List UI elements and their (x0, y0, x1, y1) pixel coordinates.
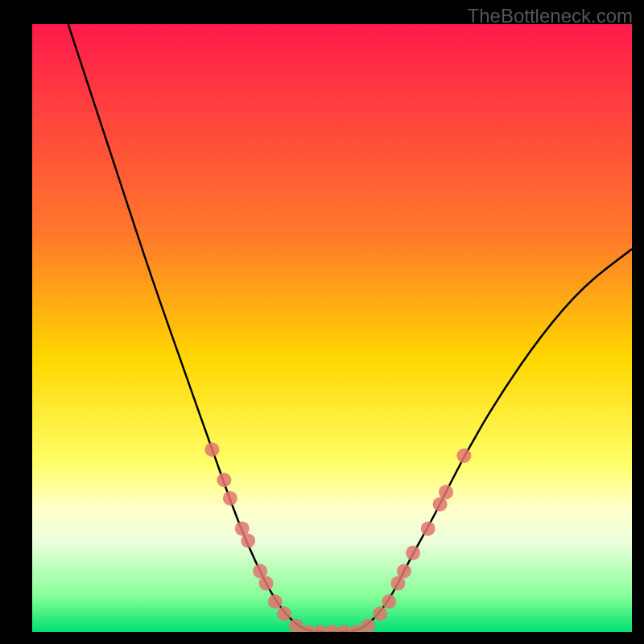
data-point (259, 576, 274, 591)
data-point (397, 564, 411, 579)
data-point (205, 443, 220, 457)
watermark-text: TheBottleneck.com (468, 5, 633, 27)
data-point (223, 491, 237, 506)
bottleneck-curve-chart (32, 24, 632, 632)
data-point (456, 448, 471, 463)
data-point (241, 534, 255, 548)
data-point (373, 606, 387, 621)
data-point (406, 546, 420, 560)
data-point (277, 606, 291, 621)
data-point (439, 485, 453, 499)
gradient-background (32, 24, 632, 632)
data-point (217, 473, 231, 487)
data-point (268, 594, 283, 609)
data-point (382, 594, 396, 609)
data-point (421, 522, 436, 536)
chart-container (32, 24, 632, 632)
